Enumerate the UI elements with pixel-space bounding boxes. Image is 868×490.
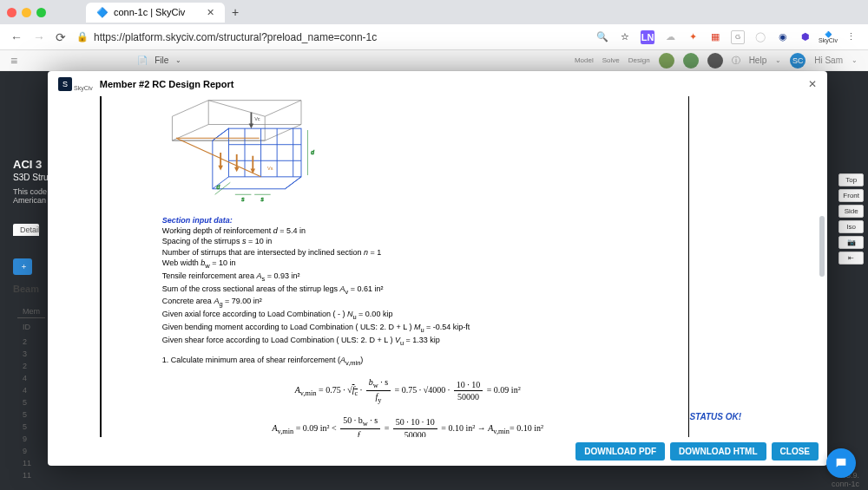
mode-design-icon[interactable] [707, 53, 723, 69]
skyciv-logo-icon: S [58, 77, 72, 91]
download-html-button[interactable]: DOWNLOAD HTML [670, 442, 766, 461]
ext-ln-icon[interactable]: LN [641, 30, 654, 44]
extensions: 🔍 ☆ LN ☁ ✦ ▦ G ◯ ◉ ⬢ 🔷SkyCiv ⋮ [595, 30, 858, 44]
view-side-button[interactable]: Side [838, 205, 864, 218]
modal-footer: DOWNLOAD PDF DOWNLOAD HTML CLOSE [48, 437, 827, 466]
svg-text:s: s [260, 196, 264, 202]
kebab-icon[interactable]: ⋮ [844, 30, 858, 44]
member-table: Mem ID 23244555991111 [17, 305, 45, 481]
ext-puzzle-icon[interactable]: ✦ [686, 30, 700, 44]
equation-2: Av,min = 0.09 in² < 50 · bw · sfy = 50 ·… [162, 415, 654, 437]
file-menu[interactable]: File [155, 56, 168, 65]
svg-text:Vs: Vs [267, 166, 273, 171]
beam-diagram: Vs Vc d d s s [162, 96, 327, 209]
reload-button[interactable]: ⟳ [56, 30, 66, 44]
close-button[interactable]: CLOSE [772, 442, 819, 461]
table-row[interactable]: 5 [17, 408, 45, 421]
table-row[interactable]: 4 [17, 384, 45, 396]
brand-label: SkyCiv [74, 85, 93, 91]
report-line: Working depth of reinforcement d = 5.4 i… [162, 225, 654, 236]
svg-marker-7 [218, 166, 223, 171]
svg-text:Vc: Vc [254, 116, 260, 121]
traffic-light-close[interactable] [7, 8, 16, 17]
traffic-light-max[interactable] [36, 8, 46, 17]
svg-text:d: d [311, 149, 314, 155]
ext-dot-icon[interactable]: ◉ [776, 30, 790, 44]
search-icon[interactable]: 🔍 [595, 30, 609, 44]
info-icon[interactable]: ⓘ [732, 55, 740, 67]
table-row[interactable]: 11 [17, 457, 45, 469]
label-model: Model [575, 56, 594, 64]
table-row[interactable]: 3 [17, 348, 45, 360]
collapse-button[interactable]: ⇤ [838, 252, 864, 265]
new-tab-button[interactable]: + [232, 5, 239, 19]
svg-text:s: s [241, 196, 245, 202]
modal-header: S SkyCiv Member #2 RC Design Report ✕ [48, 71, 827, 96]
lock-icon: 🔒 [76, 31, 89, 42]
ext-hex-icon[interactable]: ⬢ [799, 30, 812, 44]
report-line: Given bending moment according to Load C… [162, 322, 654, 335]
status-ok: STATUS OK! [689, 412, 741, 421]
address-bar[interactable]: 🔒 https://platform.skyciv.com/structural… [76, 31, 377, 43]
mode-solve-icon[interactable] [683, 53, 699, 69]
table-row[interactable]: 2 [17, 360, 45, 372]
table-row[interactable]: 11 [17, 469, 45, 481]
traffic-light-min[interactable] [22, 8, 31, 17]
table-row[interactable]: 2 [17, 336, 45, 348]
download-pdf-button[interactable]: DOWNLOAD PDF [575, 442, 665, 461]
forward-button[interactable]: → [33, 30, 45, 44]
report-content: Vs Vc d d s s Section input data: Workin… [162, 96, 654, 437]
chat-widget-button[interactable] [826, 448, 856, 478]
chevron-down-icon: ⌄ [852, 56, 858, 64]
scrollbar-thumb[interactable] [819, 216, 825, 277]
view-front-button[interactable]: Front [838, 189, 864, 202]
report-left-rule [100, 96, 102, 437]
calc-heading: 1. Calculate minimum area of shear reinf… [162, 355, 654, 368]
file-icon: 📄 [137, 56, 148, 65]
section-input-heading: Section input data: [162, 215, 654, 225]
table-row[interactable]: 9 [17, 445, 45, 457]
ext-cal-icon[interactable]: ▦ [708, 30, 722, 44]
equation-1: Av,min = 0.75 · √fc · bw · sfy = 0.75 · … [162, 376, 654, 405]
mode-model-icon[interactable] [659, 53, 674, 69]
col-mem: Mem [23, 307, 40, 316]
tab-title: conn-1c | SkyCiv [114, 7, 185, 17]
star-icon[interactable]: ☆ [618, 30, 632, 44]
status-wrap: STATUS OK! [689, 96, 792, 437]
modal-close-button[interactable]: ✕ [808, 78, 817, 90]
label-solve: Solve [602, 56, 620, 64]
report-modal: S SkyCiv Member #2 RC Design Report ✕ [48, 71, 827, 466]
chevron-down-icon: ⌄ [175, 56, 181, 64]
tab-bar: 🔷 conn-1c | SkyCiv ✕ + [86, 3, 239, 23]
table-row[interactable]: 5 [17, 421, 45, 433]
report-line: Spacing of the stirrups s = 10 in [162, 236, 654, 246]
modal-title: Member #2 RC Design Report [100, 79, 234, 89]
ext-skyciv-icon[interactable]: 🔷SkyCiv [821, 30, 835, 44]
view-iso-button[interactable]: Iso [838, 220, 864, 233]
add-button[interactable]: ＋ [13, 258, 32, 275]
back-button[interactable]: ← [10, 30, 23, 44]
chevron-down-icon: ⌄ [775, 56, 781, 64]
browser-tab[interactable]: 🔷 conn-1c | SkyCiv ✕ [86, 3, 225, 23]
view-buttons: Top Front Side Iso 📷 ⇤ [838, 173, 864, 265]
tab-details[interactable]: Detail [13, 224, 39, 236]
close-tab-icon[interactable]: ✕ [207, 7, 214, 18]
avatar[interactable]: SC [790, 53, 806, 69]
app-top-bar: ≡ 📄 File ⌄ Model Solve Design ⓘ Help ⌄ S… [0, 50, 868, 71]
table-row[interactable]: 4 [17, 372, 45, 384]
table-row[interactable]: 5 [17, 396, 45, 408]
svg-marker-8 [234, 167, 240, 173]
col-id: ID [23, 323, 30, 331]
label-design: Design [628, 56, 650, 64]
help-menu[interactable]: Help [749, 56, 767, 65]
table-row[interactable]: 9 [17, 433, 45, 445]
report-line: Tensile reinforcement area As = 0.93 in² [162, 271, 654, 284]
view-top-button[interactable]: Top [838, 173, 864, 186]
report-line: Given shear force according to Load Comb… [162, 335, 654, 348]
hamburger-icon[interactable]: ≡ [10, 54, 17, 68]
ext-cloud-icon[interactable]: ☁ [663, 30, 677, 44]
ext-circle-icon[interactable]: ◯ [753, 30, 767, 44]
model-name: conn-1c [832, 480, 859, 488]
camera-button[interactable]: 📷 [838, 236, 864, 249]
ext-g-icon[interactable]: G [731, 30, 745, 44]
